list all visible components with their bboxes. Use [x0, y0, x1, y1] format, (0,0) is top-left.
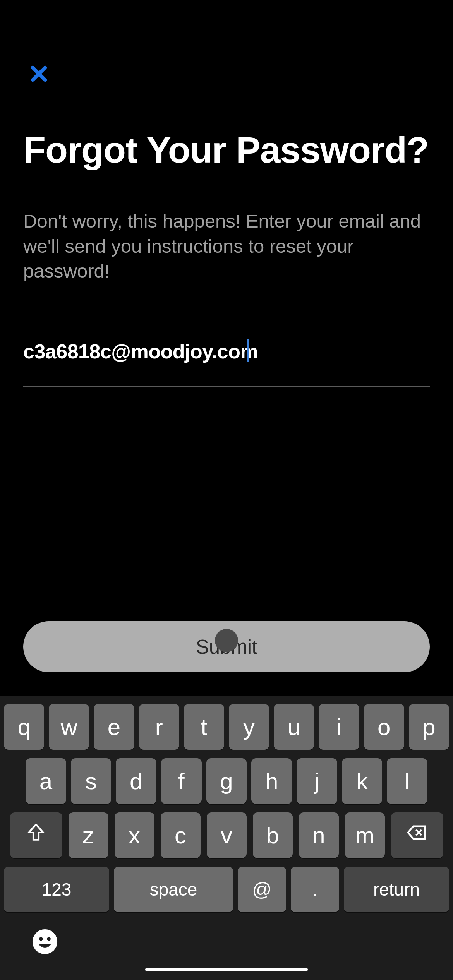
close-button[interactable]: [27, 62, 50, 85]
submit-button[interactable]: Submit: [23, 621, 430, 672]
keyboard-row-4: 123 space @ . return: [0, 867, 453, 912]
svg-point-4: [33, 929, 57, 954]
backspace-icon: [406, 822, 428, 849]
keyboard: q w e r t y u i o p a s d f g h j k l: [0, 696, 453, 980]
content-area: Forgot Your Password? Don't worry, this …: [0, 0, 453, 696]
screen: Forgot Your Password? Don't worry, this …: [0, 0, 453, 980]
key-space[interactable]: space: [114, 867, 233, 912]
key-r[interactable]: r: [139, 704, 179, 750]
key-q[interactable]: q: [4, 704, 44, 750]
key-numbers[interactable]: 123: [4, 867, 109, 912]
keyboard-row-3: z x c v b n m: [0, 812, 453, 858]
keyboard-row-1: q w e r t y u i o p: [0, 704, 453, 750]
key-k[interactable]: k: [342, 758, 383, 804]
close-icon: [28, 63, 50, 84]
text-cursor: [247, 339, 249, 362]
key-u[interactable]: u: [274, 704, 314, 750]
key-a[interactable]: a: [26, 758, 66, 804]
key-p[interactable]: p: [409, 704, 449, 750]
key-dot[interactable]: .: [291, 867, 339, 912]
svg-point-5: [39, 937, 43, 941]
key-at[interactable]: @: [238, 867, 286, 912]
email-field-wrapper: [23, 340, 430, 387]
key-return[interactable]: return: [344, 867, 449, 912]
shift-icon: [25, 822, 47, 849]
key-z[interactable]: z: [69, 812, 108, 858]
key-c[interactable]: c: [161, 812, 201, 858]
key-d[interactable]: d: [116, 758, 156, 804]
key-o[interactable]: o: [364, 704, 404, 750]
emoji-button[interactable]: [31, 928, 59, 956]
page-subtitle: Don't worry, this happens! Enter your em…: [23, 209, 430, 284]
key-t[interactable]: t: [184, 704, 224, 750]
key-backspace[interactable]: [391, 812, 443, 858]
key-j[interactable]: j: [297, 758, 337, 804]
key-e[interactable]: e: [94, 704, 134, 750]
key-x[interactable]: x: [115, 812, 154, 858]
page-title: Forgot Your Password?: [23, 128, 430, 172]
key-g[interactable]: g: [206, 758, 247, 804]
email-input[interactable]: [23, 340, 430, 363]
home-indicator[interactable]: [145, 968, 308, 971]
key-l[interactable]: l: [387, 758, 427, 804]
key-f[interactable]: f: [161, 758, 202, 804]
keyboard-row-2: a s d f g h j k l: [0, 758, 453, 804]
key-i[interactable]: i: [319, 704, 359, 750]
emoji-icon: [31, 928, 58, 955]
key-w[interactable]: w: [49, 704, 89, 750]
touch-indicator: [215, 629, 238, 652]
key-y[interactable]: y: [229, 704, 269, 750]
key-n[interactable]: n: [299, 812, 339, 858]
key-b[interactable]: b: [253, 812, 293, 858]
key-s[interactable]: s: [71, 758, 112, 804]
key-h[interactable]: h: [251, 758, 292, 804]
key-m[interactable]: m: [345, 812, 385, 858]
key-shift[interactable]: [10, 812, 62, 858]
key-v[interactable]: v: [207, 812, 247, 858]
spacer: [23, 387, 430, 621]
svg-point-6: [47, 937, 51, 941]
